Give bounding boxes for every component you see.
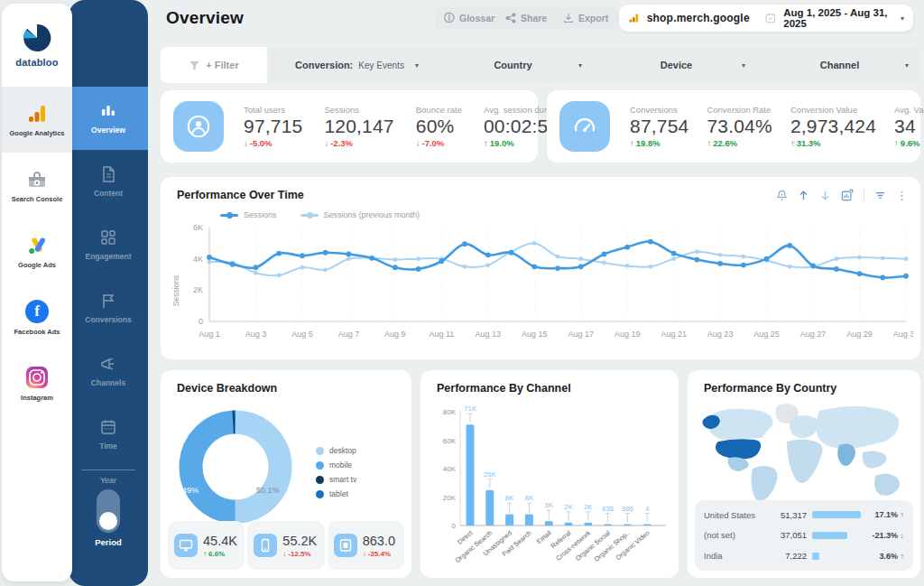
metric-label: Avg. Value: [894, 105, 924, 115]
filter-device[interactable]: Device ▾: [596, 47, 757, 83]
world-map[interactable]: [697, 400, 911, 505]
platform-label: Google Ads: [18, 261, 56, 269]
country-name: India: [704, 551, 771, 561]
add-filter-button[interactable]: + Filter: [161, 47, 267, 83]
brand-logo-block[interactable]: databloo: [2, 4, 72, 87]
alert-bell-icon[interactable]: [776, 190, 788, 201]
legend-marker: [300, 214, 319, 217]
sidebar-item-conversions[interactable]: Conversions: [69, 276, 148, 340]
platform-google-ads[interactable]: Google Ads: [2, 219, 72, 284]
table-row[interactable]: (not set) 37,051 -21.3% ↓: [704, 530, 904, 540]
smartphone-icon: [254, 534, 277, 557]
databloo-logo-icon: [22, 23, 52, 53]
svg-text:2K: 2K: [584, 503, 593, 511]
more-options-icon[interactable]: ⋮: [896, 190, 908, 201]
svg-text:Aug 9: Aug 9: [384, 330, 406, 339]
card-title: Performance By Channel: [437, 382, 571, 395]
table-row[interactable]: United States 51,317 17.1% ↑: [704, 510, 904, 520]
filter-country[interactable]: Country ▾: [432, 47, 594, 83]
share-label: Share: [521, 13, 547, 23]
legend-item-smart-tv[interactable]: smart tv: [316, 475, 356, 484]
stat-value: 863.0: [363, 534, 395, 548]
performance-by-country-card: Performance By Country United States 51,…: [688, 370, 920, 578]
svg-text:Aug 21: Aug 21: [661, 330, 687, 339]
share-icon: [505, 13, 516, 23]
bar-fill: [812, 511, 861, 518]
filter-lines-icon[interactable]: [874, 190, 886, 201]
svg-text:6K: 6K: [193, 223, 203, 232]
metric-value: 87,754: [630, 116, 688, 137]
svg-text:80K: 80K: [443, 408, 457, 416]
chart-legend: Sessions Sessions (previous month): [220, 210, 420, 219]
export-button[interactable]: Export: [553, 6, 618, 30]
svg-text:Aug 17: Aug 17: [568, 330, 594, 339]
chevron-down-icon: ▾: [742, 61, 745, 70]
share-button[interactable]: Share: [495, 6, 557, 30]
country-bar: [812, 553, 861, 560]
svg-text:Aug 29: Aug 29: [846, 330, 873, 339]
megaphone-icon: [99, 355, 117, 373]
stat-delta: -12.5%: [282, 550, 317, 558]
metric-delta: 22.6%: [707, 138, 772, 148]
sidebar-item-content[interactable]: Content: [69, 150, 148, 213]
arrow-up-icon[interactable]: [798, 190, 809, 201]
page-title: Overview: [166, 8, 244, 28]
arrow-down-icon[interactable]: [819, 190, 831, 201]
period-toggle-group: Year Period: [69, 476, 148, 554]
performance-by-channel-card: Performance By Channel 020K40K60K80K71KD…: [420, 370, 679, 578]
up-arrow-icon: ↑: [901, 552, 905, 561]
chevron-down-icon: ▾: [901, 14, 904, 23]
filter-channel[interactable]: Channel ▾: [759, 47, 920, 83]
donut-label-desktop: 50.1%: [256, 486, 280, 495]
filter-label: Conversion:: [295, 60, 353, 70]
filter-label: Device: [661, 60, 692, 70]
property-selector[interactable]: shop.merch.google Aug 1, 2025 - Aug 31, …: [619, 5, 913, 32]
svg-text:386: 386: [622, 505, 634, 513]
svg-text:Aug 11: Aug 11: [429, 330, 454, 339]
svg-text:Sessions: Sessions: [171, 275, 180, 307]
monitor-icon: [174, 534, 198, 557]
country-delta: -21.3% ↓: [866, 531, 904, 540]
legend-item-sessions-previous[interactable]: Sessions (previous month): [300, 210, 420, 219]
sidebar-item-time[interactable]: Time: [69, 403, 148, 466]
legend-item-sessions[interactable]: Sessions: [220, 210, 277, 219]
svg-text:2K: 2K: [193, 285, 203, 294]
filter-value: Key Events: [358, 60, 404, 70]
google-analytics-icon: [25, 103, 49, 125]
table-row[interactable]: India 7,222 3.6% ↑: [704, 551, 904, 561]
funnel-icon: [189, 60, 200, 71]
platform-search-console[interactable]: Search Console: [2, 153, 72, 219]
svg-text:8K: 8K: [505, 494, 514, 502]
legend-item-desktop[interactable]: desktop: [316, 446, 356, 455]
toggle-knob[interactable]: [99, 512, 117, 530]
country-name: United States: [704, 510, 771, 520]
chart-export-icon[interactable]: [841, 189, 854, 201]
glossary-label: Glossary: [459, 13, 500, 23]
year-period-toggle[interactable]: [97, 489, 120, 533]
kpi-metrics: Total users 97,715 -5.0% Sessions 120,14…: [244, 105, 566, 148]
svg-text:4K: 4K: [193, 255, 203, 264]
sidebar-item-channels[interactable]: Channels: [69, 340, 148, 403]
down-arrow-icon: ↓: [901, 531, 905, 540]
sidebar-nav: Overview Content Engagement Conversions …: [69, 0, 148, 586]
sessions-line-chart[interactable]: Aug 1Aug 3Aug 5Aug 7Aug 9Aug 11Aug 13Aug…: [168, 222, 913, 354]
toggle-year-label: Year: [100, 476, 116, 485]
country-delta: 17.1% ↑: [866, 510, 904, 519]
legend-item-mobile[interactable]: mobile: [316, 460, 356, 470]
svg-text:Aug 25: Aug 25: [753, 330, 780, 339]
svg-text:Aug 1: Aug 1: [199, 330, 220, 339]
svg-text:Aug 3: Aug 3: [245, 330, 267, 339]
legend-item-tablet[interactable]: tablet: [316, 489, 356, 498]
platform-label: Instagram: [21, 394, 53, 402]
platform-facebook-ads[interactable]: f Facebook Ads: [2, 284, 72, 350]
filter-conversion[interactable]: Conversion: Key Events ▾: [269, 47, 430, 83]
device-donut-chart[interactable]: [168, 399, 303, 535]
sidebar-item-overview[interactable]: Overview: [69, 87, 148, 150]
platform-instagram[interactable]: Instagram: [2, 350, 72, 416]
channel-bar-chart[interactable]: 020K40K60K80K71KDirect25KOrganic Search8…: [426, 399, 673, 574]
document-icon: [99, 165, 117, 183]
platform-google-analytics[interactable]: Google Analytics: [2, 87, 72, 153]
svg-text:0: 0: [452, 522, 457, 530]
sidebar-item-engagement[interactable]: Engagement: [69, 213, 148, 276]
grid-icon: [99, 228, 117, 246]
